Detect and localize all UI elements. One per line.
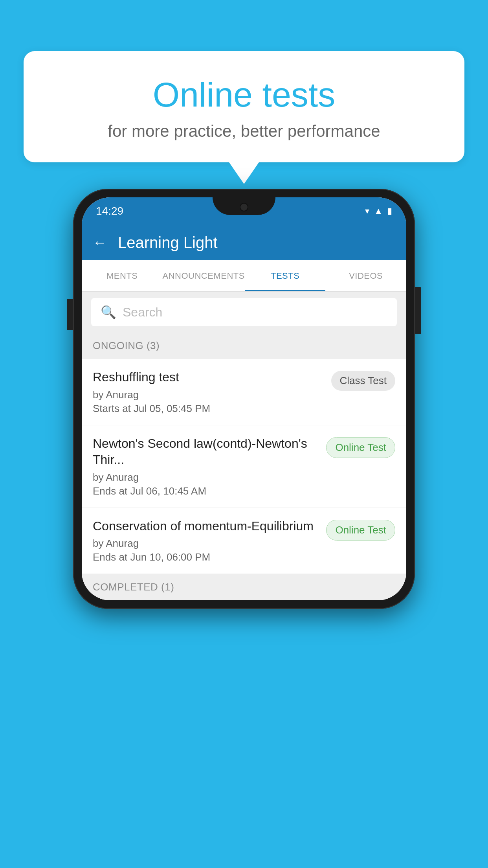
bubble-subtitle: for more practice, better performance xyxy=(43,122,445,141)
search-icon: 🔍 xyxy=(101,305,116,320)
search-bar[interactable]: 🔍 Search xyxy=(91,298,397,326)
search-placeholder: Search xyxy=(123,305,162,320)
status-icons: ▾ ▲ ▮ xyxy=(365,206,392,216)
tab-tests[interactable]: TESTS xyxy=(245,260,326,291)
tab-announcements[interactable]: ANNOUNCEMENTS xyxy=(163,260,245,291)
test-info: Conservation of momentum-Equilibrium by … xyxy=(93,518,320,564)
test-time: Ends at Jun 10, 06:00 PM xyxy=(93,551,320,563)
phone-outer: 14:29 ▾ ▲ ▮ ← Learning Light MENTS ANNOU… xyxy=(73,189,415,609)
test-time: Ends at Jul 06, 10:45 AM xyxy=(93,485,320,497)
tab-videos[interactable]: VIDEOS xyxy=(325,260,406,291)
completed-section-header: COMPLETED (1) xyxy=(82,574,406,600)
test-info: Reshuffling test by Anurag Starts at Jul… xyxy=(93,369,325,415)
phone-mockup: 14:29 ▾ ▲ ▮ ← Learning Light MENTS ANNOU… xyxy=(73,189,415,609)
test-name: Reshuffling test xyxy=(93,369,325,386)
phone-screen: 14:29 ▾ ▲ ▮ ← Learning Light MENTS ANNOU… xyxy=(82,197,406,600)
notch xyxy=(213,197,275,215)
list-item[interactable]: Reshuffling test by Anurag Starts at Jul… xyxy=(82,359,406,425)
completed-label: COMPLETED (1) xyxy=(93,581,174,593)
online-test-badge: Online Test xyxy=(326,520,395,541)
status-bar: 14:29 ▾ ▲ ▮ xyxy=(82,197,406,225)
test-author: by Anurag xyxy=(93,537,320,550)
search-container: 🔍 Search xyxy=(82,292,406,333)
test-list: Reshuffling test by Anurag Starts at Jul… xyxy=(82,359,406,574)
online-test-badge: Online Test xyxy=(326,437,395,458)
back-button[interactable]: ← xyxy=(93,234,107,251)
list-item[interactable]: Conservation of momentum-Equilibrium by … xyxy=(82,508,406,574)
app-title: Learning Light xyxy=(118,234,218,252)
battery-icon: ▮ xyxy=(387,206,392,216)
camera xyxy=(240,203,248,211)
speech-bubble: Online tests for more practice, better p… xyxy=(24,51,464,162)
tab-bar: MENTS ANNOUNCEMENTS TESTS VIDEOS xyxy=(82,260,406,292)
test-name: Conservation of momentum-Equilibrium xyxy=(93,518,320,535)
ongoing-label: ONGOING (3) xyxy=(93,340,160,351)
test-info: Newton's Second law(contd)-Newton's Thir… xyxy=(93,436,320,497)
signal-icon: ▲ xyxy=(374,206,383,216)
test-author: by Anurag xyxy=(93,471,320,484)
wifi-icon: ▾ xyxy=(365,206,369,216)
tab-ments[interactable]: MENTS xyxy=(82,260,163,291)
ongoing-section-header: ONGOING (3) xyxy=(82,333,406,359)
class-test-badge: Class Test xyxy=(331,371,395,391)
test-time: Starts at Jul 05, 05:45 PM xyxy=(93,403,325,415)
app-bar: ← Learning Light xyxy=(82,225,406,260)
promo-bubble: Online tests for more practice, better p… xyxy=(24,51,464,162)
test-author: by Anurag xyxy=(93,389,325,401)
test-name: Newton's Second law(contd)-Newton's Thir… xyxy=(93,436,320,468)
status-time: 14:29 xyxy=(96,205,123,217)
bubble-title: Online tests xyxy=(43,75,445,115)
list-item[interactable]: Newton's Second law(contd)-Newton's Thir… xyxy=(82,425,406,508)
